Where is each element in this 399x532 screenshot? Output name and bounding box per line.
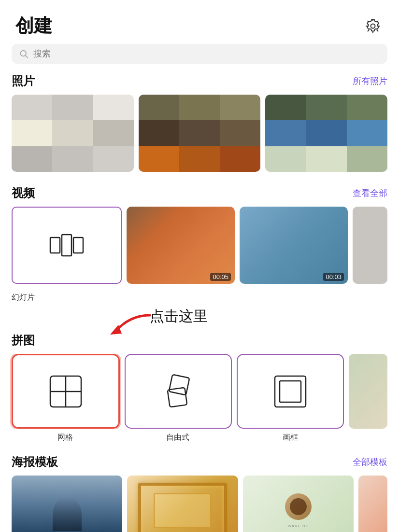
video-card-4[interactable]	[353, 207, 387, 284]
video-timestamp-2: 00:05	[210, 273, 231, 281]
red-arrow-icon	[92, 310, 159, 337]
collage-labels: 网格 自由式 画框	[0, 433, 399, 443]
slideshow-icon	[49, 234, 84, 257]
header: 创建	[0, 0, 399, 44]
svg-rect-4	[62, 235, 71, 256]
annotation-row: 点击这里	[0, 307, 399, 331]
videos-all-link[interactable]: 查看全部	[353, 187, 387, 199]
video-timestamp-3: 00:03	[323, 273, 344, 281]
collage-grid-label: 网格	[12, 433, 119, 443]
collage-title: 拼图	[12, 333, 35, 348]
slideshow-label-row: 幻灯片	[0, 290, 399, 307]
videos-title: 视频	[12, 185, 35, 201]
frame-icon	[273, 374, 308, 409]
search-bar[interactable]	[12, 44, 387, 64]
collage-frame-label: 画框	[236, 433, 344, 443]
slideshow-card[interactable]	[12, 207, 122, 284]
collage-frame-card[interactable]	[237, 354, 344, 429]
photos-row	[0, 95, 399, 172]
videos-section-header: 视频 查看全部	[0, 185, 399, 201]
video-card-2[interactable]: 00:05	[127, 207, 235, 284]
svg-line-2	[25, 55, 28, 57]
slideshow-label: 幻灯片	[12, 293, 35, 301]
svg-rect-5	[73, 238, 83, 253]
search-icon	[19, 49, 28, 59]
poster-golden-frame[interactable]	[127, 476, 238, 532]
collage-partial-card[interactable]	[349, 354, 387, 429]
collage-freeform-card[interactable]	[125, 354, 232, 429]
svg-rect-3	[50, 238, 60, 253]
posters-title: 海报模板	[12, 454, 58, 470]
gear-icon	[365, 18, 381, 34]
collage-freeform-label: 自由式	[124, 433, 232, 443]
video-card-3[interactable]: 00:03	[240, 207, 348, 284]
posters-section-header: 海报模板 全部模板	[0, 454, 399, 470]
collage-row	[0, 354, 399, 429]
freeform-icon	[161, 374, 196, 409]
collage-section-header: 拼图	[0, 333, 399, 348]
videos-row: 00:05 00:03	[0, 207, 399, 284]
poster-helena-julian[interactable]: HELENA & JULIAN	[12, 476, 122, 532]
poster-coffee-plants[interactable]: wake up	[243, 476, 354, 532]
collage-partial-label	[349, 433, 387, 443]
photos-section-header: 照片 所有照片	[0, 73, 399, 89]
grid-icon	[48, 374, 83, 409]
search-input[interactable]	[33, 49, 380, 59]
photos-all-link[interactable]: 所有照片	[353, 75, 387, 87]
posters-all-link[interactable]: 全部模板	[353, 456, 387, 468]
page-title: 创建	[15, 14, 52, 38]
svg-rect-11	[168, 387, 187, 407]
settings-button[interactable]	[362, 15, 384, 37]
collage-grid-card[interactable]	[12, 354, 120, 429]
svg-point-0	[371, 24, 375, 28]
photo-thumbnail-1[interactable]	[12, 95, 134, 172]
photos-title: 照片	[12, 73, 35, 89]
photo-thumbnail-2[interactable]	[139, 95, 261, 172]
svg-rect-13	[280, 381, 301, 402]
svg-rect-10	[169, 374, 190, 395]
annotation-text: 点击这里	[150, 307, 208, 326]
poster-partial[interactable]	[358, 476, 387, 532]
photo-thumbnail-3[interactable]	[265, 95, 387, 172]
posters-row: HELENA & JULIAN wake up	[0, 476, 399, 532]
